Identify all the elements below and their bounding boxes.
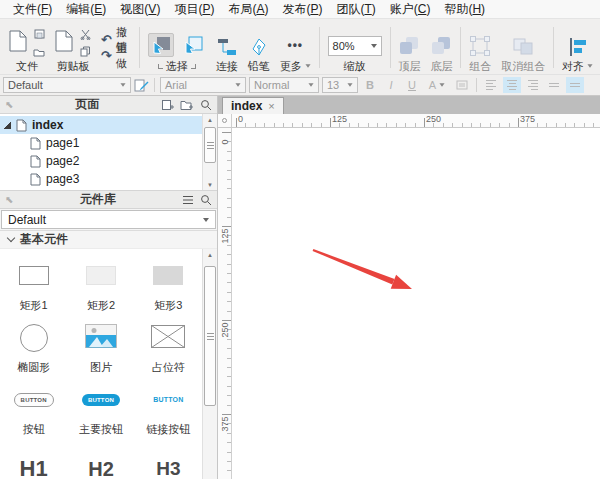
page-label: index: [32, 118, 63, 132]
more-button[interactable]: ••• 更多: [275, 22, 316, 73]
scroll-down-icon[interactable]: ▼: [207, 179, 213, 190]
menu-item[interactable]: 发布(P): [275, 1, 329, 18]
page-tree-item-page3[interactable]: page3: [0, 170, 202, 188]
zoom-select[interactable]: 80%: [328, 36, 382, 56]
connect-label: 连接: [216, 60, 238, 72]
font-weight-select[interactable]: Normal: [249, 77, 319, 93]
component-heading[interactable]: H2: [67, 439, 134, 479]
menu-item[interactable]: 团队(T): [329, 1, 382, 18]
menu-item[interactable]: 布局(A): [221, 1, 275, 18]
library-scrollbar[interactable]: ▲: [202, 249, 217, 479]
select-contain-button[interactable]: [180, 33, 206, 57]
menu-item[interactable]: 账户(C): [383, 1, 438, 18]
search-icon[interactable]: [200, 99, 212, 111]
component-link-button[interactable]: BUTTON链接按钮: [135, 377, 202, 439]
collapse-panel-icon[interactable]: ⬉: [5, 195, 13, 205]
widget-style-select[interactable]: Default: [3, 77, 131, 93]
select-intersect-button[interactable]: [148, 33, 174, 57]
component-rect2[interactable]: 矩形2: [67, 253, 134, 315]
redo-button[interactable]: ↷ 重做: [101, 48, 131, 64]
component-primary-button[interactable]: BUTTON主要按钮: [67, 377, 134, 439]
pencil-button[interactable]: 铅笔: [243, 22, 275, 73]
search-icon[interactable]: [200, 194, 212, 206]
scroll-up-icon[interactable]: ▲: [207, 114, 213, 125]
font-family-select[interactable]: Arial: [160, 77, 246, 93]
align-button[interactable]: 对齐: [557, 22, 598, 73]
pages-panel-header: ⬉ 页面: [0, 96, 217, 114]
ruler-corner: [218, 114, 232, 128]
align-text-center-button[interactable]: [503, 77, 521, 93]
underline-button[interactable]: U: [403, 77, 421, 93]
canvas[interactable]: [232, 128, 600, 479]
scroll-thumb[interactable]: [204, 266, 216, 406]
axure-window: 文件(F)编辑(E)视图(V)项目(P)布局(A)发布(P)团队(T)账户(C)…: [0, 0, 600, 479]
menu-icon[interactable]: [182, 195, 194, 205]
file-button[interactable]: 文件: [4, 22, 50, 73]
font-size-select[interactable]: 13: [322, 77, 358, 93]
component-rect1[interactable]: 矩形1: [0, 253, 67, 315]
component-rect3[interactable]: 矩形3: [135, 253, 202, 315]
ruler-tick-label: 375: [220, 416, 230, 431]
italic-button[interactable]: I: [382, 77, 400, 93]
bold-button[interactable]: B: [361, 77, 379, 93]
send-back-button[interactable]: 底层: [425, 22, 457, 73]
component-image[interactable]: 图片: [67, 315, 134, 377]
component-ellipse[interactable]: 椭圆形: [0, 315, 67, 377]
clipboard-label: 剪贴板: [57, 60, 90, 72]
caret-down-icon: [235, 83, 240, 86]
align-text-right-button[interactable]: [524, 77, 542, 93]
more-label: 更多: [280, 60, 302, 72]
library-select[interactable]: Default: [1, 210, 216, 229]
collapse-panel-icon[interactable]: ⬉: [5, 100, 13, 110]
add-page-icon[interactable]: [161, 99, 174, 111]
component-heading[interactable]: H3: [135, 439, 202, 479]
pencil-label: 铅笔: [248, 60, 270, 72]
clipboard-button[interactable]: 剪贴板: [50, 22, 96, 73]
group-button[interactable]: 组合: [464, 22, 496, 73]
scroll-track[interactable]: [203, 260, 217, 479]
ungroup-button[interactable]: 取消组合: [496, 22, 550, 73]
add-folder-icon[interactable]: [180, 99, 194, 111]
select-mode-group: 选择: [143, 22, 211, 73]
tree-expand-icon[interactable]: [4, 122, 11, 129]
line-spacing-button[interactable]: [453, 77, 471, 93]
align-text-middle-button[interactable]: [566, 77, 584, 93]
menu-item[interactable]: 视图(V): [113, 1, 167, 18]
scroll-track[interactable]: [203, 125, 217, 179]
paste-icon: [55, 30, 73, 52]
component-button[interactable]: BUTTON按钮: [0, 377, 67, 439]
menu-item[interactable]: 项目(P): [167, 1, 221, 18]
component-label: 链接按钮: [146, 422, 190, 436]
page-icon: [30, 155, 41, 168]
bracket-right-icon: [191, 64, 196, 69]
menu-item[interactable]: 帮助(H): [437, 1, 492, 18]
stylebar-separator: [476, 78, 477, 92]
page-tree-item-index[interactable]: index: [0, 116, 202, 134]
scroll-thumb[interactable]: [204, 127, 216, 163]
edit-style-icon[interactable]: [134, 78, 149, 93]
widget-style-value: Default: [8, 79, 43, 91]
caret-down-icon: [371, 44, 377, 48]
align-text-left-button[interactable]: [482, 77, 500, 93]
page-tree-item-page1[interactable]: page1: [0, 134, 202, 152]
menu-item[interactable]: 编辑(E): [59, 1, 113, 18]
font-family-value: Arial: [165, 79, 187, 91]
pages-scrollbar[interactable]: ▲ ▼: [202, 114, 217, 190]
connect-button[interactable]: 连接: [211, 22, 243, 73]
menu-item[interactable]: 文件(F): [6, 1, 59, 18]
scroll-up-icon[interactable]: ▲: [207, 249, 213, 260]
tab-label: index: [231, 99, 262, 113]
component-heading[interactable]: H1: [0, 439, 67, 479]
close-tab-icon[interactable]: ×: [268, 100, 274, 112]
bring-front-button[interactable]: 顶层: [393, 22, 425, 73]
primary-button-icon: BUTTON: [82, 394, 120, 406]
page-tree-item-page2[interactable]: page2: [0, 152, 202, 170]
page-icon: [30, 137, 41, 150]
section-basic-widgets[interactable]: 基本元件: [0, 231, 217, 249]
tab-index[interactable]: index ×: [222, 97, 284, 114]
font-color-button[interactable]: A: [424, 77, 450, 93]
redo-label: 重做: [116, 41, 131, 71]
align-text-top-button[interactable]: [545, 77, 563, 93]
ungroup-label: 取消组合: [501, 60, 545, 72]
component-placeholder[interactable]: 占位符: [135, 315, 202, 377]
